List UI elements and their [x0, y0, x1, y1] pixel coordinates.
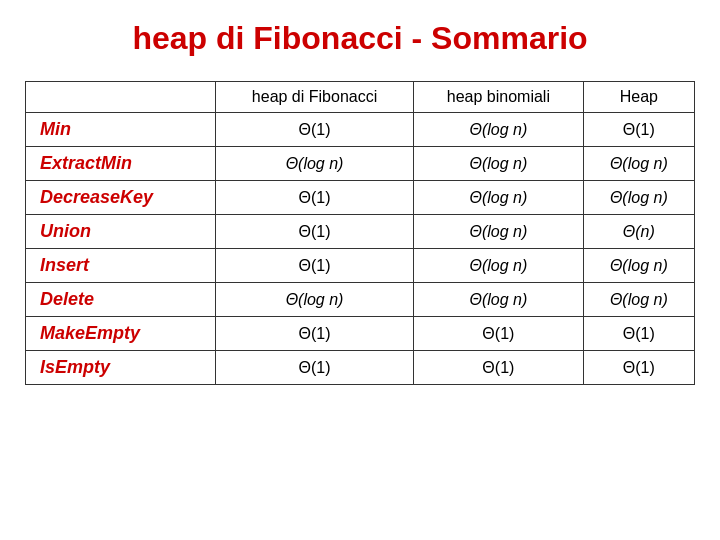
value-cell: Θ(1) [583, 351, 694, 385]
row-label: DecreaseKey [26, 181, 216, 215]
row-label: IsEmpty [26, 351, 216, 385]
value-cell: Θ(log n) [414, 147, 584, 181]
col-header-empty [26, 82, 216, 113]
table-header: heap di Fibonacci heap binomiali Heap [26, 82, 695, 113]
value-cell: Θ(1) [216, 249, 414, 283]
table-row: DecreaseKeyΘ(1)Θ(log n)Θ(log n) [26, 181, 695, 215]
value-cell: Θ(log n) [583, 147, 694, 181]
value-cell: Θ(1) [216, 351, 414, 385]
value-cell: Θ(1) [583, 113, 694, 147]
row-label: Union [26, 215, 216, 249]
value-cell: Θ(log n) [414, 215, 584, 249]
row-label: Min [26, 113, 216, 147]
table-row: DeleteΘ(log n)Θ(log n)Θ(log n) [26, 283, 695, 317]
table-row: IsEmptyΘ(1)Θ(1)Θ(1) [26, 351, 695, 385]
table-row: InsertΘ(1)Θ(log n)Θ(log n) [26, 249, 695, 283]
value-cell: Θ(log n) [414, 283, 584, 317]
value-cell: Θ(log n) [216, 283, 414, 317]
value-cell: Θ(1) [216, 317, 414, 351]
value-cell: Θ(1) [216, 181, 414, 215]
value-cell: Θ(1) [583, 317, 694, 351]
value-cell: Θ(log n) [414, 113, 584, 147]
value-cell: Θ(1) [414, 351, 584, 385]
value-cell: Θ(1) [414, 317, 584, 351]
col-header-binomial: heap binomiali [414, 82, 584, 113]
value-cell: Θ(log n) [583, 283, 694, 317]
row-label: Delete [26, 283, 216, 317]
row-label: ExtractMin [26, 147, 216, 181]
value-cell: Θ(log n) [216, 147, 414, 181]
table-row: UnionΘ(1)Θ(log n)Θ(n) [26, 215, 695, 249]
value-cell: Θ(1) [216, 215, 414, 249]
value-cell: Θ(log n) [583, 249, 694, 283]
row-label: Insert [26, 249, 216, 283]
value-cell: Θ(log n) [583, 181, 694, 215]
table-body: MinΘ(1)Θ(log n)Θ(1)ExtractMinΘ(log n)Θ(l… [26, 113, 695, 385]
row-label: MakeEmpty [26, 317, 216, 351]
table-row: ExtractMinΘ(log n)Θ(log n)Θ(log n) [26, 147, 695, 181]
page: heap di Fibonacci - Sommario heap di Fib… [0, 0, 720, 540]
comparison-table: heap di Fibonacci heap binomiali Heap Mi… [25, 81, 695, 385]
value-cell: Θ(log n) [414, 181, 584, 215]
value-cell: Θ(1) [216, 113, 414, 147]
table-row: MinΘ(1)Θ(log n)Θ(1) [26, 113, 695, 147]
page-title: heap di Fibonacci - Sommario [132, 20, 587, 57]
col-header-fibonacci: heap di Fibonacci [216, 82, 414, 113]
col-header-heap: Heap [583, 82, 694, 113]
table-row: MakeEmptyΘ(1)Θ(1)Θ(1) [26, 317, 695, 351]
value-cell: Θ(log n) [414, 249, 584, 283]
value-cell: Θ(n) [583, 215, 694, 249]
